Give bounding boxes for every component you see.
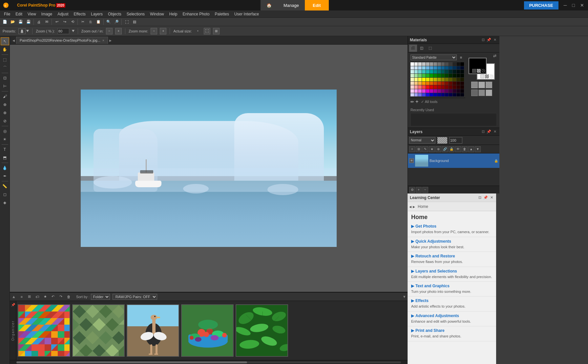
layer-group-btn[interactable]: ⊞ [416,146,422,152]
lc-pin-btn[interactable]: 📌 [483,195,488,200]
lc-back-btn[interactable]: ◂ [409,204,411,209]
select-tool[interactable]: ↖ [1,37,9,45]
home-tab[interactable]: 🏠 [261,0,278,10]
color-swatch[interactable] [460,70,464,73]
menu-enhance-photo[interactable]: Enhance Photo [180,10,212,17]
zoom-in-btn[interactable]: + [115,28,122,34]
menu-image[interactable]: Image [39,10,55,17]
color-swatch[interactable] [441,89,445,93]
zoom-more-out-btn[interactable]: − [151,28,157,34]
color-swatch[interactable] [457,85,460,89]
color-swatch[interactable] [418,93,422,97]
email-button[interactable]: ✉ [43,18,50,26]
lc-section-item[interactable]: ▶Quick AdjustmentsMake your photos look … [408,237,496,252]
color-swatch[interactable] [433,82,437,85]
color-swatch[interactable] [433,70,437,73]
layer-lock-btn[interactable]: 🔒 [449,146,454,152]
color-swatch[interactable] [445,78,449,81]
color-swatch[interactable] [433,93,437,97]
layer-background[interactable]: 👁 Background 🔒 [408,153,499,168]
color-swatch[interactable] [414,66,418,70]
lc-section-item[interactable]: ▶EffectsAdd artistic effects to your pho… [408,296,496,311]
layers-float-button[interactable]: ⊡ [480,129,486,134]
color-swatch[interactable] [430,62,433,66]
color-swatch[interactable] [426,70,430,73]
color-swatch[interactable] [453,89,456,93]
lc-float-btn[interactable]: ⊡ [477,195,482,200]
color-swatch[interactable] [410,74,414,77]
menu-user-interface[interactable]: User Interface [232,10,262,17]
menu-edit[interactable]: Edit [13,10,25,17]
swatch-bot-2[interactable] [478,90,485,96]
color-swatch[interactable] [449,93,452,97]
color-swatch[interactable] [418,78,422,81]
zoom-more-in-btn[interactable]: + [160,28,166,34]
retouch-tool[interactable]: ◎ [1,127,9,135]
text-tool[interactable]: T [1,146,9,153]
pencil-icon[interactable]: ✏ [410,99,414,104]
color-swatch[interactable] [453,93,456,97]
color-swatch[interactable] [437,82,441,85]
lc-section-item[interactable]: ▶Layers and SelectionsEdit multiple elem… [408,267,496,282]
layer-new-btn[interactable]: + [409,146,415,152]
color-swatch[interactable] [437,70,441,73]
color-swatch[interactable] [422,82,426,85]
undo-button[interactable]: ↩ [53,18,60,26]
color-swatch[interactable] [426,93,430,97]
close-button[interactable]: ✕ [579,3,585,8]
color-view-btn[interactable]: ⬛ [409,45,417,52]
layers-close-button[interactable]: ✕ [492,129,497,134]
color-swatch[interactable] [460,62,464,66]
color-swatch[interactable] [457,62,460,66]
color-swatch[interactable] [430,82,433,85]
color-swatch[interactable] [449,82,452,85]
color-swatch[interactable] [426,78,430,81]
color-swatch[interactable] [433,74,437,77]
lc-section-item[interactable]: ▶Print and SharePrint, e-mail, and share… [408,326,496,341]
layer-art-btn[interactable]: ✎ [422,146,428,152]
maximize-button[interactable]: □ [571,3,576,8]
menu-layers[interactable]: Layers [88,10,105,17]
color-swatch[interactable] [460,93,464,97]
paste-button[interactable]: 📋 [95,18,102,26]
organizer-tags-btn[interactable]: 🏷 [34,293,41,300]
color-swatch[interactable] [445,62,449,66]
color-swatch[interactable] [437,74,441,77]
organizer-collapse-button[interactable]: ▲ [12,294,16,299]
swatch-extra-1[interactable] [471,82,478,88]
materials-pin-button[interactable]: 📌 [486,37,492,43]
color-swatch[interactable] [414,62,418,66]
layer-visible-btn[interactable]: 👁 [455,146,461,152]
thumbnail-ostrich[interactable] [127,304,179,357]
lc-section-item[interactable]: ▶Advanced AdjustmentsEnhance and edit wi… [408,312,496,326]
color-swatch[interactable] [445,66,449,70]
eraser-tool[interactable]: ⊘ [1,117,9,125]
color-swatch[interactable] [441,66,445,70]
color-swatch[interactable] [430,70,433,73]
preset-dropdown-arrow[interactable] [26,30,29,32]
layer-visibility-toggle[interactable]: 👁 [409,158,414,163]
organizer-star-btn[interactable]: ★ [42,293,49,300]
color-swatch[interactable] [445,74,449,77]
edit-tab[interactable]: Edit [305,0,329,10]
color-swatch[interactable] [430,93,433,97]
swatch-transparent[interactable] [486,82,492,88]
color-swatch[interactable] [433,62,437,66]
color-swatch[interactable] [418,85,422,89]
straighten-tool[interactable]: ⊢ [1,82,9,90]
color-swatch[interactable] [457,89,460,93]
lc-section-item[interactable]: ▶Text and GraphicsTurn your photo into s… [408,282,496,296]
color-swatch[interactable] [441,85,445,89]
color-swatch[interactable] [418,82,422,85]
color-swatch[interactable] [460,66,464,70]
palette-options-btn[interactable]: ≡ [458,54,464,60]
zoom-input[interactable] [57,28,69,34]
color-swatch[interactable] [445,89,449,93]
lc-section-item[interactable]: ▶Get PhotosImport photos from your PC, c… [408,222,496,237]
swatch-bot-3[interactable] [486,90,492,96]
color-swatch[interactable] [422,70,426,73]
menu-view[interactable]: View [25,10,39,17]
color-swatch[interactable] [445,70,449,73]
zoom-out-button-tb[interactable]: 🔎 [113,18,120,26]
copy-button[interactable]: ⎘ [87,18,94,26]
